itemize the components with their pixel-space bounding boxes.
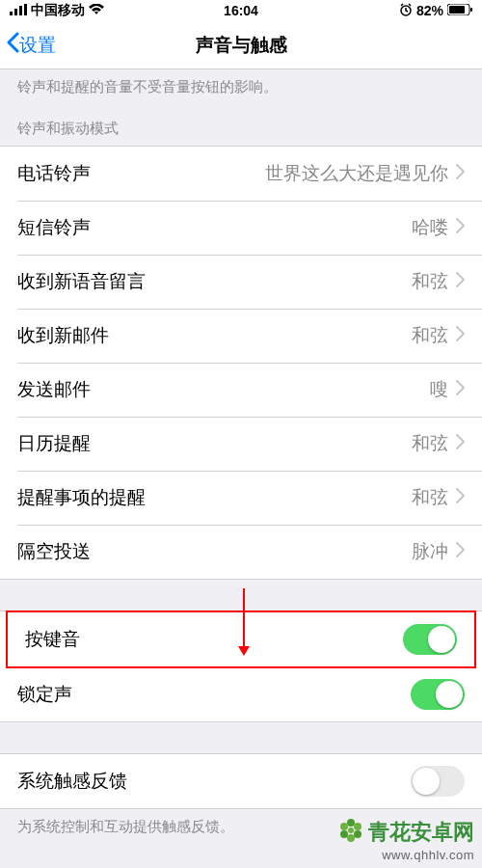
row-value: 和弦: [412, 485, 448, 510]
highlight-annotation: 按键音: [6, 610, 476, 668]
switch-knob: [428, 626, 455, 653]
row-label: 电话铃声: [17, 161, 265, 186]
chevron-right-icon: [456, 488, 465, 507]
sound-row[interactable]: 日历提醒和弦: [0, 417, 482, 471]
status-right: 82%: [399, 3, 472, 19]
row-label: 按键音: [25, 627, 403, 652]
sounds-group: 电话铃声世界这么大还是遇见你短信铃声哈喽收到新语音留言和弦收到新邮件和弦发送邮件…: [0, 146, 482, 580]
volume-hint: 铃声和提醒的音量不受音量按钮的影响。: [0, 69, 482, 106]
sound-row[interactable]: 隔空投送脉冲: [0, 525, 482, 579]
sound-row[interactable]: 收到新邮件和弦: [0, 309, 482, 363]
svg-rect-7: [470, 8, 472, 12]
sound-row[interactable]: 提醒事项的提醒和弦: [0, 471, 482, 525]
sound-row[interactable]: 发送邮件嗖: [0, 363, 482, 417]
row-label: 短信铃声: [17, 215, 412, 240]
row-label: 发送邮件: [17, 377, 430, 402]
battery-icon: [447, 3, 472, 18]
spacer: [0, 722, 482, 753]
row-label: 隔空投送: [17, 539, 412, 564]
carrier-label: 中国移动: [31, 2, 85, 19]
sound-row[interactable]: 电话铃声世界这么大还是遇见你: [0, 147, 482, 201]
row-value: 脉冲: [412, 539, 448, 564]
nav-bar: 设置 声音与触感: [0, 21, 482, 69]
status-left: 中国移动: [10, 2, 104, 19]
chevron-left-icon: [6, 32, 19, 58]
row-value: 世界这么大还是遇见你: [265, 161, 448, 186]
page-title: 声音与触感: [196, 33, 287, 58]
row-label: 锁定声: [17, 682, 411, 707]
svg-rect-1: [14, 9, 17, 15]
row-lock-sound[interactable]: 锁定声: [0, 667, 482, 721]
row-value: 和弦: [412, 431, 448, 456]
battery-pct: 82%: [416, 3, 443, 18]
svg-rect-3: [24, 4, 27, 15]
switch-knob: [413, 768, 440, 795]
switch-knob: [436, 681, 463, 708]
switch-keyboard-clicks[interactable]: [403, 624, 457, 655]
section-header-ringtone: 铃声和振动模式: [0, 106, 482, 146]
chevron-right-icon: [456, 326, 465, 345]
status-time: 16:04: [224, 3, 258, 18]
row-label: 收到新邮件: [17, 323, 412, 348]
haptics-group: 系统触感反馈: [0, 753, 482, 809]
chevron-right-icon: [456, 164, 465, 183]
back-label: 设置: [19, 33, 56, 58]
chevron-right-icon: [456, 434, 465, 453]
row-value: 嗖: [430, 377, 448, 402]
row-label: 系统触感反馈: [17, 769, 411, 794]
sound-row[interactable]: 收到新语音留言和弦: [0, 255, 482, 309]
toggles-group: 按键音 锁定声: [0, 610, 482, 722]
chevron-right-icon: [456, 272, 465, 291]
row-value: 哈喽: [412, 215, 448, 240]
svg-rect-6: [449, 6, 465, 14]
signal-icon: [10, 3, 27, 18]
haptics-footer: 为系统控制和互动提供触感反馈。: [0, 809, 482, 846]
svg-rect-0: [10, 12, 13, 15]
switch-lock-sound[interactable]: [411, 679, 465, 710]
back-button[interactable]: 设置: [0, 32, 56, 58]
row-label: 收到新语音留言: [17, 269, 412, 294]
content-scroll[interactable]: 铃声和提醒的音量不受音量按钮的影响。 铃声和振动模式 电话铃声世界这么大还是遇见…: [0, 69, 482, 868]
svg-rect-2: [19, 6, 22, 15]
alarm-icon: [399, 3, 413, 19]
spacer: [0, 580, 482, 610]
chevron-right-icon: [456, 542, 465, 561]
row-system-haptics[interactable]: 系统触感反馈: [0, 754, 482, 808]
switch-system-haptics[interactable]: [411, 766, 465, 797]
chevron-right-icon: [456, 218, 465, 237]
row-label: 日历提醒: [17, 431, 412, 456]
row-keyboard-clicks[interactable]: 按键音: [8, 612, 474, 666]
wifi-icon: [89, 3, 104, 18]
row-label: 提醒事项的提醒: [17, 485, 412, 510]
row-value: 和弦: [412, 323, 448, 348]
row-value: 和弦: [412, 269, 448, 294]
sound-row[interactable]: 短信铃声哈喽: [0, 201, 482, 255]
status-bar: 中国移动 16:04 82%: [0, 0, 482, 21]
chevron-right-icon: [456, 380, 465, 399]
